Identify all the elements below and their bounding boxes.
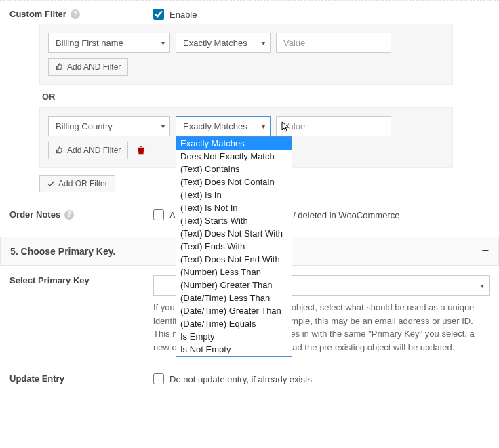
- minus-icon: −: [481, 244, 489, 258]
- add-and-filter-button[interactable]: Add AND Filter: [48, 58, 128, 76]
- update-entry-checkbox-label: Do not update entry, if already exists: [169, 374, 312, 384]
- update-entry-checkbox[interactable]: [153, 373, 164, 384]
- update-entry-label-text: Update Entry: [9, 373, 64, 384]
- dropdown-option[interactable]: (Text) Contains: [176, 163, 292, 176]
- help-icon[interactable]: ?: [64, 210, 74, 220]
- thumbs-up-icon: [56, 146, 64, 155]
- dropdown-option[interactable]: (Text) Is Not In: [176, 201, 292, 214]
- add-or-filter-button[interactable]: Add OR Filter: [39, 175, 115, 192]
- add-or-label: Add OR Filter: [58, 179, 108, 188]
- help-icon[interactable]: ?: [71, 9, 80, 19]
- update-entry-label: Update Entry: [9, 373, 145, 384]
- dropdown-option[interactable]: (Date/Time) Less Than: [176, 291, 292, 304]
- operator-select[interactable]: Exactly Matches: [176, 33, 271, 53]
- add-and-filter-button[interactable]: Add AND Filter: [48, 142, 128, 159]
- dropdown-option[interactable]: (Text) Ends With: [176, 240, 292, 253]
- dropdown-option[interactable]: (Text) Is In: [176, 188, 292, 201]
- order-notes-label-text: Order Notes: [9, 209, 60, 220]
- operator-dropdown[interactable]: Exactly Matches Does Not Exactly Match (…: [176, 136, 292, 357]
- filter-group: Billing Country Exactly Matches Exactly …: [39, 107, 453, 168]
- field-select[interactable]: Billing Country: [48, 116, 170, 136]
- delete-group-button[interactable]: [136, 146, 146, 155]
- thumbs-up-icon: [56, 63, 64, 71]
- value-input[interactable]: [276, 33, 391, 53]
- add-and-label: Add AND Filter: [67, 62, 121, 72]
- dropdown-option[interactable]: Exactly Matches: [176, 137, 292, 150]
- accordion-title: 5. Choose Primary Key.: [10, 246, 115, 257]
- filter-group: Billing First name Exactly Matches Add A…: [39, 24, 453, 85]
- custom-filter-label: Custom Filter ?: [9, 9, 145, 19]
- dropdown-option[interactable]: Does Not Exactly Match: [176, 150, 292, 163]
- dropdown-option[interactable]: (Date/Time) Equals: [176, 317, 292, 330]
- dropdown-option[interactable]: (Text) Does Not Contain: [176, 176, 292, 188]
- value-input[interactable]: [276, 116, 391, 136]
- update-entry-section: Update Entry Do not update entry, if alr…: [0, 365, 499, 396]
- dropdown-option[interactable]: (Text) Starts With: [176, 214, 292, 227]
- enable-checkbox[interactable]: [153, 9, 164, 20]
- order-notes-checkbox[interactable]: [153, 209, 164, 220]
- custom-filter-label-text: Custom Filter: [9, 9, 66, 19]
- dropdown-option[interactable]: (Text) Does Not End With: [176, 253, 292, 266]
- select-primary-key-label: Select Primary Key: [9, 275, 145, 285]
- custom-filter-section: Custom Filter ? Enable Billing First nam…: [0, 0, 499, 201]
- operator-select[interactable]: Exactly Matches: [176, 116, 271, 136]
- select-primary-key-label-text: Select Primary Key: [9, 275, 89, 285]
- dropdown-option[interactable]: Is Empty: [176, 330, 292, 343]
- check-icon: [47, 180, 55, 188]
- or-label: OR: [42, 91, 453, 102]
- dropdown-option[interactable]: (Text) Does Not Start With: [176, 227, 292, 240]
- dropdown-option[interactable]: (Date/Time) Greater Than: [176, 304, 292, 317]
- enable-label: Enable: [169, 9, 197, 20]
- order-notes-label: Order Notes ?: [9, 209, 145, 220]
- dropdown-option[interactable]: (Number) Greater Than: [176, 279, 292, 291]
- field-select[interactable]: Billing First name: [48, 33, 170, 53]
- dropdown-option[interactable]: Is Not Empty: [176, 343, 292, 356]
- dropdown-option[interactable]: (Number) Less Than: [176, 266, 292, 279]
- add-and-label: Add AND Filter: [67, 146, 121, 155]
